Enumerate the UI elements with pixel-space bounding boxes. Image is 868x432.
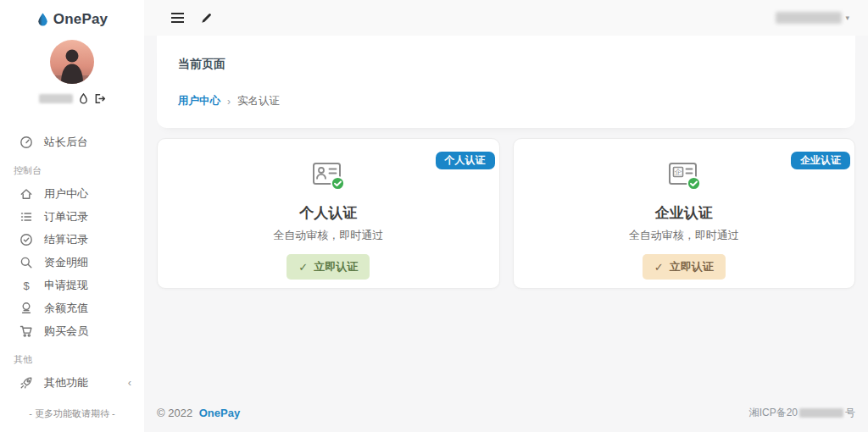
avatar[interactable] <box>50 40 94 84</box>
sidebar-item-user-center[interactable]: 用户中心 <box>0 182 144 205</box>
logout-icon[interactable] <box>94 93 106 104</box>
topbar-username-redacted <box>776 12 842 24</box>
sidebar-item-withdraw[interactable]: $ 申请提现 <box>0 274 144 296</box>
breadcrumb-current: 实名认证 <box>237 94 280 108</box>
sidebar-nav: 站长后台 控制台 用户中心 订单记录 结算记录 资金明细 <box>0 130 144 394</box>
icp-registration: 湘ICP备20 号 <box>749 406 855 420</box>
sidebar-item-settlement-records[interactable]: 结算记录 <box>0 228 144 251</box>
enterprise-auth-badge: 企业认证 <box>791 152 850 169</box>
sidebar: OnePay 站长后台 <box>0 0 144 432</box>
footer-brand-link[interactable]: OnePay <box>199 407 240 419</box>
check-circle-icon <box>19 233 33 246</box>
page-title: 当前页面 <box>178 57 834 72</box>
personal-verify-now-button[interactable]: ✓ 立即认证 <box>287 254 370 280</box>
water-drop-logo-icon <box>36 12 49 27</box>
check-icon: ✓ <box>654 261 664 274</box>
breadcrumb: 用户中心 › 实名认证 <box>178 94 834 108</box>
username-redacted <box>39 94 73 103</box>
personal-auth-badge: 个人认证 <box>436 152 495 169</box>
enterprise-cert-verified-icon: 企 <box>666 161 702 195</box>
personal-auth-card: 个人认证 个人认证 全自动审核，即时通过 ✓ 立即认证 <box>157 138 500 289</box>
brand-name: OnePay <box>53 11 108 28</box>
brand-logo[interactable]: OnePay <box>0 0 144 28</box>
sidebar-item-order-records[interactable]: 订单记录 <box>0 205 144 228</box>
sidebar-item-label: 购买会员 <box>44 324 88 339</box>
page-footer: © 2022 OnePay 湘ICP备20 号 <box>157 406 855 420</box>
dollar-icon: $ <box>19 279 33 292</box>
home-icon <box>19 187 33 201</box>
verify-now-label: 立即认证 <box>314 259 358 274</box>
sidebar-section-other: 其他 <box>0 342 144 371</box>
enterprise-auth-card: 企业认证 企 企业认证 全自动审核，即时通过 ✓ 立即认证 <box>513 138 856 289</box>
sidebar-item-label: 余额充值 <box>44 301 88 316</box>
id-card-verified-icon <box>310 161 346 195</box>
sidebar-item-label: 申请提现 <box>44 278 88 293</box>
copyright: © 2022 OnePay <box>157 407 240 419</box>
enterprise-verify-now-button[interactable]: ✓ 立即认证 <box>643 254 726 280</box>
pencil-icon[interactable] <box>198 10 214 25</box>
enterprise-auth-title: 企业认证 <box>514 203 855 223</box>
collapse-chevron-icon[interactable]: ‹ <box>128 376 131 389</box>
auth-cards-row: 个人认证 个人认证 全自动审核，即时通过 ✓ 立即认证 企业认证 <box>157 138 855 289</box>
svg-text:$: $ <box>23 279 30 291</box>
sidebar-item-balance-recharge[interactable]: 余额充值 <box>0 296 144 319</box>
icp-number-redacted <box>799 408 843 418</box>
personal-auth-subtitle: 全自动审核，即时通过 <box>158 228 499 243</box>
sidebar-item-label: 资金明细 <box>44 255 88 270</box>
enterprise-auth-subtitle: 全自动审核，即时通过 <box>514 228 855 243</box>
topbar-user-menu[interactable]: ▾ <box>776 12 849 24</box>
verify-now-label: 立即认证 <box>670 259 714 274</box>
drop-icon[interactable] <box>79 93 88 104</box>
cart-icon <box>19 324 33 338</box>
dashboard-icon <box>19 136 33 149</box>
sidebar-item-label: 其他功能 <box>44 375 88 390</box>
sidebar-item-label: 站长后台 <box>44 135 88 150</box>
sidebar-item-other-functions[interactable]: 其他功能 ‹ <box>0 371 144 394</box>
coin-icon <box>19 302 33 315</box>
topbar: ▾ <box>144 0 868 36</box>
user-row <box>0 91 144 105</box>
check-icon: ✓ <box>298 261 308 274</box>
chevron-down-icon: ▾ <box>845 14 849 22</box>
breadcrumb-separator: › <box>227 96 231 108</box>
sidebar-item-label: 订单记录 <box>44 209 88 224</box>
icp-prefix: 湘ICP备20 <box>749 406 798 420</box>
search-icon <box>19 256 33 269</box>
avatar-image <box>50 40 94 84</box>
svg-text:企: 企 <box>675 168 682 176</box>
sidebar-item-fund-details[interactable]: 资金明细 <box>0 251 144 274</box>
rocket-icon <box>19 376 33 390</box>
more-features-note: - 更多功能敬请期待 - <box>0 407 144 420</box>
page-heading-panel: 当前页面 用户中心 › 实名认证 <box>157 36 855 128</box>
sidebar-item-buy-membership[interactable]: 购买会员 <box>0 319 144 342</box>
breadcrumb-link-user-center[interactable]: 用户中心 <box>178 94 220 108</box>
personal-auth-title: 个人认证 <box>158 203 499 223</box>
copyright-text: © 2022 <box>157 407 192 419</box>
sidebar-item-admin-backend[interactable]: 站长后台 <box>0 130 144 153</box>
sidebar-section-console: 控制台 <box>0 153 144 182</box>
icp-suffix: 号 <box>845 406 855 420</box>
list-icon <box>19 210 33 224</box>
hamburger-menu-icon[interactable] <box>170 10 185 25</box>
sidebar-item-label: 用户中心 <box>44 186 88 202</box>
sidebar-item-label: 结算记录 <box>44 232 88 247</box>
